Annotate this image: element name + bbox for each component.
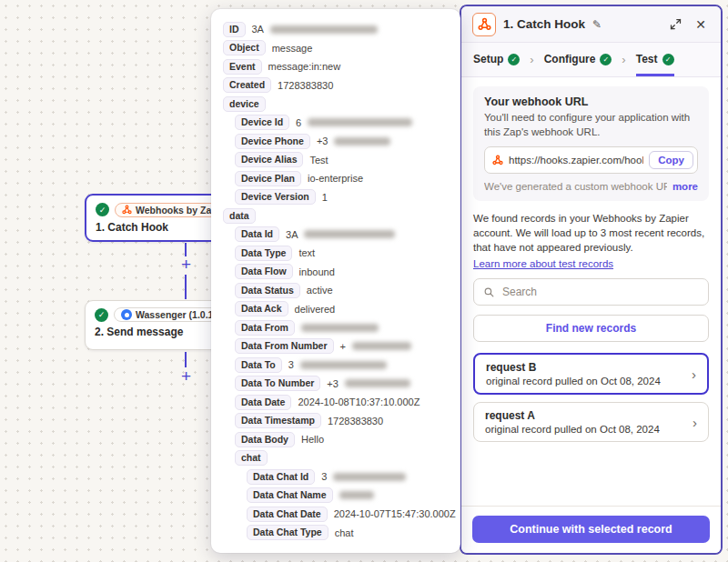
add-step-button[interactable]: + [178, 257, 194, 273]
field-label: Data To Number [235, 376, 320, 391]
record-search-box[interactable] [473, 278, 709, 306]
search-icon [483, 286, 495, 298]
field-label: Data Id [235, 226, 279, 242]
expand-panel-icon[interactable] [666, 15, 684, 34]
data-field-row: Data From Number + [223, 337, 449, 356]
field-value: + [340, 341, 346, 352]
field-value: 3A [286, 229, 298, 240]
data-field-row: data [223, 206, 449, 226]
field-label: Data Timestamp [235, 413, 321, 428]
field-value: 6 [296, 117, 301, 128]
webhook-url-card: Your webhook URL You'll need to configur… [473, 86, 709, 201]
field-label: Data Chat Id [247, 469, 315, 485]
field-label: Data Chat Name [247, 487, 333, 503]
field-label: Object [223, 40, 266, 55]
record-subtitle: original record pulled on Oct 08, 2024 [486, 376, 692, 386]
data-field-row: Device Version 1 [223, 188, 449, 207]
more-link[interactable]: more [672, 181, 698, 192]
field-label: Data Date [235, 395, 291, 410]
data-field-row: Data Type text [223, 244, 449, 263]
field-value: +3 [327, 378, 339, 389]
panel-footer: Continue with selected record [461, 506, 721, 553]
field-value: message [272, 43, 313, 54]
data-field-row: Data From [223, 318, 449, 337]
edit-title-icon[interactable]: ✎ [592, 18, 602, 31]
redacted-value [333, 473, 406, 481]
record-card[interactable]: request A original record pulled on Oct … [473, 402, 709, 442]
step-tabs: Setup ✓ › Configure ✓ › Test ✓ [461, 43, 721, 77]
data-field-row: Data Date 2024-10-08T10:37:10.000Z [223, 393, 449, 412]
field-label: device [223, 96, 266, 112]
data-field-row: Data Status active [223, 281, 449, 300]
redacted-value [334, 137, 390, 146]
field-label: chat [235, 450, 268, 466]
data-field-row: Object message [223, 39, 449, 58]
field-label: Device Alias [235, 152, 303, 167]
field-label: Event [223, 59, 262, 75]
redacted-value [270, 25, 378, 34]
step-tab[interactable]: Test ✓ [636, 43, 674, 76]
step-tab[interactable]: Setup ✓ [473, 43, 520, 76]
field-value: 2024-10-08T10:37:10.000Z [298, 396, 420, 407]
field-label: Data Status [235, 283, 300, 298]
redacted-value [300, 361, 387, 369]
field-label: Data To [235, 357, 282, 373]
field-value: inbound [299, 266, 335, 277]
field-value: +3 [317, 135, 329, 146]
webhook-url-text: https://hooks.zapier.com/hooks/catch/1..… [509, 155, 643, 166]
records-intro-text: We found records in your Webhooks by Zap… [473, 211, 709, 255]
field-label: Device Version [235, 189, 316, 205]
tab-complete-check-icon: ✓ [662, 54, 674, 65]
record-subtitle: original record pulled on Oct 08, 2024 [485, 424, 693, 435]
record-title: request B [486, 361, 692, 374]
field-label: Data Ack [235, 301, 288, 316]
data-field-row: Data Ack delivered [223, 300, 449, 319]
generated-url-note: We've generated a custom webhook URL for… [484, 181, 667, 192]
field-value: 2024-10-07T15:47:30.000Z [334, 508, 456, 519]
app-pill-label: Wassenger (1.0.1) [136, 309, 217, 320]
field-value: message:in:new [268, 61, 341, 72]
continue-with-record-button[interactable]: Continue with selected record [472, 516, 710, 543]
data-field-list: ID 3A Object message Event message:in:ne… [223, 20, 449, 542]
field-label: Data Chat Type [247, 525, 329, 540]
step-success-check-icon: ✓ [96, 203, 109, 216]
learn-more-link[interactable]: Learn more about test records [473, 258, 613, 269]
redacted-value [352, 342, 411, 350]
field-label: Data From [235, 320, 295, 336]
add-step-button[interactable]: + [178, 369, 194, 385]
app-pill-wassenger: Wassenger (1.0.1) [114, 307, 224, 322]
field-value: 1 [322, 192, 328, 203]
field-value: 3A [252, 24, 264, 35]
panel-body: Your webhook URL You'll need to configur… [461, 77, 721, 506]
data-field-row: Created 1728383830 [223, 76, 449, 95]
webhook-icon [492, 155, 503, 166]
data-field-row: Data To Number +3 [223, 375, 449, 394]
webhook-icon [122, 205, 132, 215]
chevron-right-icon: › [693, 415, 697, 430]
field-value: active [307, 285, 333, 296]
data-field-row: Data Chat Id 3 [223, 467, 449, 487]
webhook-url-field[interactable]: https://hooks.zapier.com/hooks/catch/1..… [484, 146, 698, 174]
data-field-row: Event message:in:new [223, 57, 449, 76]
tab-label: Configure [544, 53, 596, 65]
field-label: Data Flow [235, 264, 293, 279]
connector-line [185, 275, 187, 299]
field-value: text [298, 247, 315, 258]
field-label: ID [223, 22, 246, 37]
redacted-value [304, 230, 395, 238]
data-field-row: Data Chat Name [223, 487, 449, 506]
tab-complete-check-icon: ✓ [600, 54, 612, 65]
copy-url-button[interactable]: Copy [649, 151, 693, 169]
tab-complete-check-icon: ✓ [508, 54, 520, 65]
webhook-app-icon-box [472, 13, 496, 36]
find-new-records-button[interactable]: Find new records [473, 315, 709, 342]
close-panel-icon[interactable]: ✕ [692, 15, 710, 34]
record-card[interactable]: request B original record pulled on Oct … [473, 353, 709, 395]
step-tab[interactable]: Configure ✓ [544, 43, 612, 76]
data-field-row: device [223, 95, 449, 114]
redacted-value [301, 324, 379, 332]
search-input[interactable] [502, 286, 699, 298]
tab-separator-chevron-icon: › [530, 43, 533, 76]
webhook-card-title: Your webhook URL [484, 95, 698, 108]
data-field-row: chat [223, 449, 449, 468]
